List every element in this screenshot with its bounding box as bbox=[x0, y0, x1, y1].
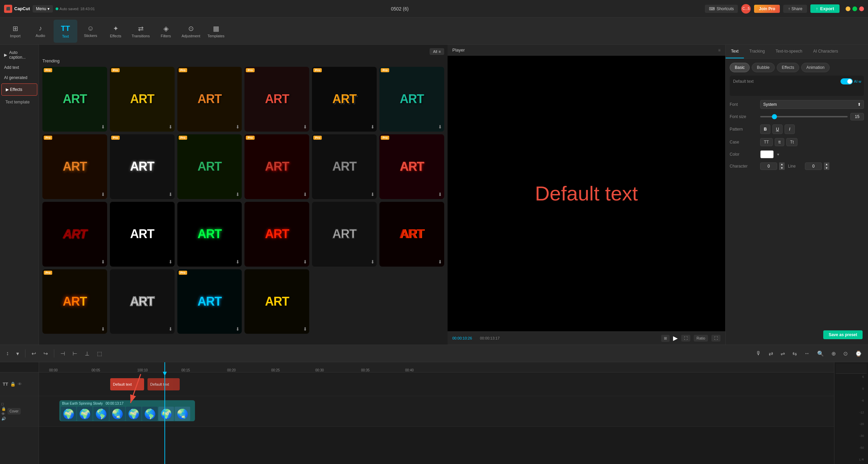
save-preset-button[interactable]: Save as preset bbox=[823, 330, 863, 339]
download-icon[interactable]: ⬇ bbox=[371, 124, 375, 130]
effect-card-5[interactable]: Pro ART ⬇ bbox=[312, 67, 377, 132]
subtab-bubble[interactable]: Bubble bbox=[752, 63, 774, 72]
effect-card-18[interactable]: ART ⬇ bbox=[379, 202, 444, 267]
subtab-animation[interactable]: Animation bbox=[801, 63, 829, 72]
text-clip-2[interactable]: Default text bbox=[147, 378, 180, 390]
download-icon[interactable]: ⬇ bbox=[236, 259, 240, 265]
effect-card-1[interactable]: Pro ART ⬇ bbox=[42, 67, 107, 132]
effect-card-7[interactable]: Pro ART ⬇ bbox=[42, 134, 107, 199]
effect-card-17[interactable]: ART ⬇ bbox=[312, 202, 377, 267]
tool-adjustment[interactable]: ⊙ Adjustment bbox=[179, 20, 203, 43]
download-icon[interactable]: ⬇ bbox=[169, 124, 173, 130]
ai-toggle[interactable]: AI w bbox=[841, 78, 861, 84]
effect-card-11[interactable]: Pro ART ⬇ bbox=[312, 134, 377, 199]
expand-button[interactable]: ⛶ bbox=[711, 335, 721, 342]
lock-icon[interactable]: 🔒 bbox=[10, 382, 16, 387]
download-icon[interactable]: ⬇ bbox=[438, 192, 442, 197]
join-pro-button[interactable]: Join Pro bbox=[754, 5, 780, 13]
export-button[interactable]: ↑ Export bbox=[810, 4, 840, 13]
text-clip-1[interactable]: Default text bbox=[110, 378, 144, 390]
tool-text[interactable]: TT Text bbox=[54, 20, 77, 43]
effect-card-4[interactable]: Pro ART ⬇ bbox=[244, 67, 309, 132]
split-button[interactable]: ⊣ bbox=[58, 348, 68, 359]
download-icon[interactable]: ⬇ bbox=[236, 124, 240, 130]
effect-card-12[interactable]: Pro ART ⬇ bbox=[379, 134, 444, 199]
tool-effects[interactable]: ✦ Effects bbox=[104, 20, 127, 43]
effect-card-2[interactable]: Pro ART ⬇ bbox=[110, 67, 175, 132]
color-dropdown-icon[interactable]: ▼ bbox=[776, 153, 780, 156]
underline-button[interactable]: U bbox=[772, 124, 783, 134]
case-lowercase-button[interactable]: tt bbox=[775, 138, 785, 146]
effect-card-10[interactable]: Pro ART ⬇ bbox=[244, 134, 309, 199]
font-select[interactable]: System ⬆ bbox=[760, 100, 864, 109]
clock-button[interactable]: ⌚ bbox=[852, 348, 865, 359]
tool-audio[interactable]: ♪ Audio bbox=[28, 20, 52, 43]
download-icon[interactable]: ⬇ bbox=[236, 192, 240, 197]
case-capitalize-button[interactable]: Tt bbox=[786, 138, 797, 146]
font-size-input[interactable] bbox=[850, 113, 864, 120]
download-icon[interactable]: ⬇ bbox=[371, 192, 375, 197]
cover-label[interactable]: Cover bbox=[7, 408, 21, 414]
line-up-button[interactable]: ▲ bbox=[824, 162, 829, 166]
sidebar-item-text-template[interactable]: Text template bbox=[1, 96, 37, 108]
link-button-4[interactable]: ↔ bbox=[802, 348, 812, 359]
effect-card-9[interactable]: Pro ART ⬇ bbox=[177, 134, 242, 199]
download-icon[interactable]: ⬇ bbox=[169, 192, 173, 197]
undo-button[interactable]: ↩ bbox=[29, 348, 39, 359]
microphone-button[interactable]: 🎙 bbox=[753, 348, 764, 359]
align-right-button[interactable]: ⊥ bbox=[82, 348, 92, 359]
video-clip[interactable]: Blue Earth Spinning Slowly 00:00:13:17 🌍… bbox=[59, 400, 195, 421]
download-icon[interactable]: ⬇ bbox=[236, 326, 240, 332]
eye-icon[interactable]: 👁 bbox=[18, 382, 22, 387]
tool-transitions[interactable]: ⇄ Transitions bbox=[129, 20, 153, 43]
line-down-button[interactable]: ▼ bbox=[824, 166, 829, 170]
download-icon[interactable]: ⬇ bbox=[438, 259, 442, 265]
zoom-in-button[interactable]: 🔍 bbox=[814, 348, 827, 359]
download-icon[interactable]: ⬇ bbox=[101, 326, 105, 332]
download-icon[interactable]: ⬇ bbox=[101, 259, 105, 265]
zoom-out-button[interactable]: ⊕ bbox=[829, 348, 839, 359]
select-tool-button[interactable]: ↕ bbox=[3, 348, 12, 359]
share-button[interactable]: ↑ Share bbox=[783, 5, 807, 13]
subtab-basic[interactable]: Basic bbox=[730, 63, 750, 72]
ratio-button[interactable]: Ratio bbox=[694, 335, 708, 342]
effect-card-15[interactable]: ART ⬇ bbox=[177, 202, 242, 267]
delete-button[interactable]: ⬚ bbox=[94, 348, 105, 359]
download-icon[interactable]: ⬇ bbox=[101, 192, 105, 197]
align-left-button[interactable]: ⊢ bbox=[70, 348, 80, 359]
audio-icon-2[interactable]: 🔊 bbox=[1, 417, 6, 421]
effect-card-21[interactable]: Pro ART ⬇ bbox=[177, 269, 242, 334]
case-uppercase-button[interactable]: TT bbox=[760, 138, 773, 146]
character-up-button[interactable]: ▲ bbox=[779, 162, 785, 166]
link-button-1[interactable]: ⇄ bbox=[766, 348, 776, 359]
effect-card-6[interactable]: Pro ART ⬇ bbox=[379, 67, 444, 132]
download-icon[interactable]: ⬇ bbox=[303, 259, 307, 265]
bold-button[interactable]: B bbox=[760, 124, 770, 134]
maximize-button[interactable] bbox=[852, 6, 857, 11]
auto-caption-item[interactable]: ▶ Auto caption... bbox=[0, 47, 39, 62]
redo-button[interactable]: ↪ bbox=[41, 348, 51, 359]
play-button[interactable]: ▶ bbox=[673, 334, 678, 342]
grid-view-button[interactable]: ⊞ bbox=[661, 335, 670, 342]
player-menu-icon[interactable]: ≡ bbox=[718, 48, 721, 53]
download-icon[interactable]: ⬇ bbox=[438, 124, 442, 130]
tab-tracking[interactable]: Tracking bbox=[744, 45, 770, 58]
download-icon[interactable]: ⬇ bbox=[371, 259, 375, 265]
sidebar-item-effects[interactable]: ▶ Effects bbox=[1, 83, 37, 96]
tool-stickers[interactable]: ☺ Stickers bbox=[79, 20, 102, 43]
character-input[interactable] bbox=[760, 162, 777, 170]
menu-button[interactable]: Menu ▾ bbox=[33, 5, 53, 13]
effect-card-3[interactable]: Pro ART ⬇ bbox=[177, 67, 242, 132]
tool-templates[interactable]: ▦ Templates bbox=[204, 20, 228, 43]
effect-card-14[interactable]: ART ⬇ bbox=[110, 202, 175, 267]
character-down-button[interactable]: ▼ bbox=[779, 166, 785, 170]
tool-filters[interactable]: ◈ Filters bbox=[154, 20, 178, 43]
add-text-button[interactable]: Add text bbox=[0, 62, 39, 73]
tab-text[interactable]: Text bbox=[726, 45, 744, 58]
lock-icon-2[interactable]: 🔒 bbox=[1, 407, 6, 411]
download-icon[interactable]: ⬇ bbox=[303, 326, 307, 332]
fullscreen-button[interactable]: ⛶ bbox=[681, 335, 690, 342]
ai-generated-button[interactable]: AI generated bbox=[0, 73, 39, 83]
subtab-effects[interactable]: Effects bbox=[777, 63, 799, 72]
select-dropdown-button[interactable]: ▾ bbox=[14, 348, 22, 359]
